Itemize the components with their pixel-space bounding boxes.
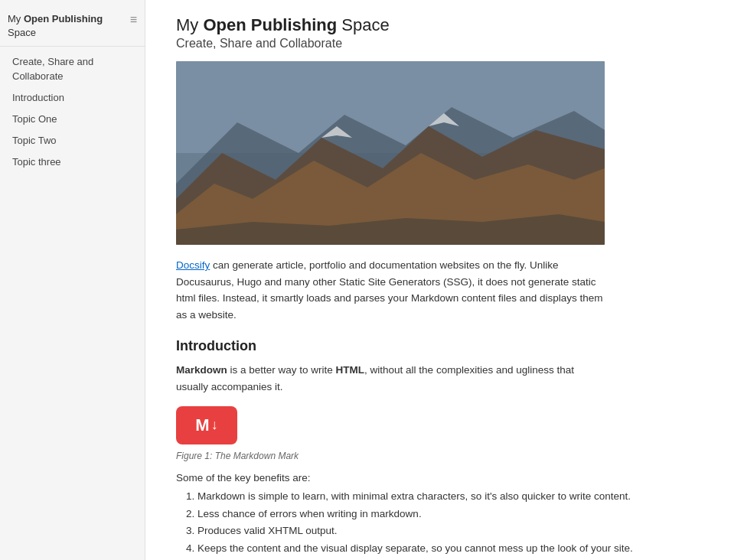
benefit-item: Less chance of errors when writing in ma… (197, 506, 713, 523)
sidebar-nav-item[interactable]: Topic One (0, 109, 145, 130)
intro-rest: can generate article, portfolio and docu… (176, 259, 603, 321)
sidebar-nav-item[interactable]: Introduction (0, 87, 145, 109)
sidebar-nav-item[interactable]: Topic Two (0, 130, 145, 151)
menu-icon[interactable]: ≡ (130, 13, 137, 27)
sidebar-nav-item[interactable]: Topic three (0, 151, 145, 173)
benefit-item: Produces valid XHTML output. (197, 523, 713, 540)
sidebar-title-space: Space (8, 27, 36, 38)
sidebar-title: My Open Publishing Space (8, 12, 127, 40)
main-content: My Open Publishing Space Create, Share a… (145, 0, 744, 560)
markdown-logo: M ↓ (176, 406, 237, 444)
benefits-label: Some of the key benefits are: (176, 472, 713, 483)
page-subtitle: Create, Share and Collaborate (176, 37, 713, 50)
sidebar-title-my: My (8, 13, 24, 24)
benefit-item: Keeps the content and the visual display… (197, 540, 713, 558)
benefits-list: Markdown is simple to learn, with minima… (176, 488, 713, 560)
sidebar-nav: Create, Share and CollaborateIntroductio… (0, 51, 145, 173)
hero-image (176, 61, 605, 245)
figure-caption: Figure 1: The Markdown Mark (176, 451, 713, 461)
page-title: My Open Publishing Space (176, 15, 713, 35)
markdown-m-letter: M (195, 415, 209, 435)
sidebar-nav-item[interactable]: Create, Share and Collaborate (0, 51, 145, 86)
benefit-item: Markdown is simple to learn, with minima… (197, 488, 713, 506)
sidebar-title-bold: Open Publishing (24, 13, 103, 24)
intro-paragraph: Docsify can generate article, portfolio … (176, 257, 605, 323)
sidebar: My Open Publishing Space ≡ Create, Share… (0, 0, 145, 560)
sidebar-header: My Open Publishing Space ≡ (0, 9, 145, 47)
markdown-arrow: ↓ (211, 417, 218, 433)
docsify-link[interactable]: Docsify (176, 259, 210, 271)
introduction-heading: Introduction (176, 338, 713, 354)
markdown-intro: Markdown is a better way to write HTML, … (176, 362, 605, 395)
